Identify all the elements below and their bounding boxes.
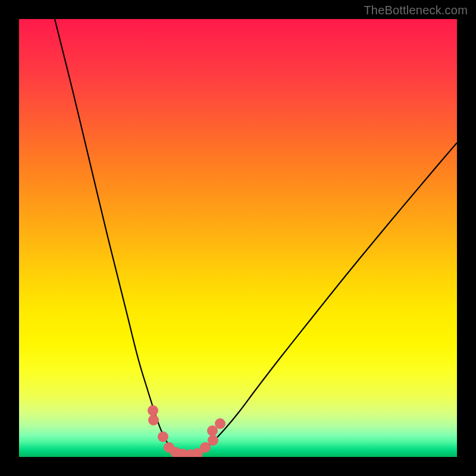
data-point-marker [148,415,159,425]
data-point-marker [215,418,226,429]
data-point-marker [148,405,158,416]
data-point-markers [148,405,226,457]
bottleneck-curve [55,19,457,455]
plot-area [19,19,457,457]
watermark-text: TheBottleneck.com [364,4,468,17]
curve-layer [19,19,457,457]
data-point-marker [158,431,168,442]
data-point-marker [208,435,218,446]
chart-frame: TheBottleneck.com [0,0,476,476]
